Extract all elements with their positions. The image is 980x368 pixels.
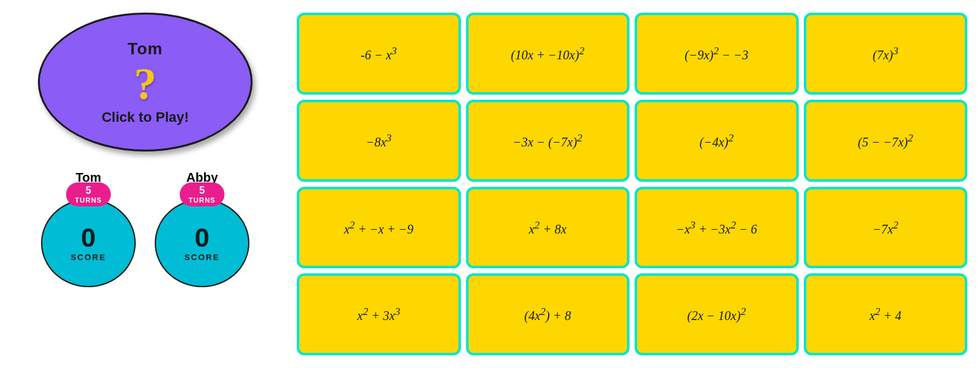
question-mark-icon: ? bbox=[134, 61, 157, 107]
tom-score-number: 0 bbox=[81, 225, 95, 251]
card-text-6: (−4x)2 bbox=[696, 128, 738, 154]
abby-score-label: SCORE bbox=[184, 252, 220, 262]
card-text-4: −8x3 bbox=[362, 128, 395, 154]
card-text-11: −7x2 bbox=[869, 215, 902, 241]
tom-turns-pill: 5 TURNS bbox=[66, 182, 111, 206]
card-text-15: x2 + 4 bbox=[866, 301, 905, 328]
card-text-0: -6 − x3 bbox=[357, 40, 400, 67]
card-11[interactable]: −7x2 bbox=[804, 187, 968, 269]
card-2[interactable]: (−9x)2 − −3 bbox=[635, 13, 799, 95]
card-13[interactable]: (4x2) + 8 bbox=[466, 273, 630, 355]
card-text-14: (2x − 10x)2 bbox=[683, 301, 750, 328]
card-10[interactable]: −x3 + −3x2 − 6 bbox=[635, 187, 799, 269]
card-text-1: (10x + −10x)2 bbox=[507, 40, 588, 67]
card-text-8: x2 + −x + −9 bbox=[340, 215, 417, 241]
tom-score-block: Tom 5 TURNS 0 SCORE bbox=[35, 170, 142, 282]
tom-score-label: SCORE bbox=[71, 252, 106, 262]
card-text-5: −3x − (−7x)2 bbox=[509, 128, 586, 154]
abby-turns-label: TURNS bbox=[189, 196, 216, 204]
card-12[interactable]: x2 + 3x3 bbox=[297, 273, 461, 355]
card-4[interactable]: −8x3 bbox=[297, 100, 461, 182]
card-text-3: (7x)3 bbox=[869, 40, 902, 67]
abby-turns-number: 5 bbox=[200, 185, 205, 196]
card-text-2: (−9x)2 − −3 bbox=[681, 40, 752, 67]
card-text-13: (4x2) + 8 bbox=[520, 301, 575, 328]
card-7[interactable]: (5 − −7x)2 bbox=[804, 100, 968, 182]
abby-score-circle: 0 SCORE bbox=[155, 199, 249, 287]
click-to-play-label: Click to Play! bbox=[102, 109, 189, 126]
abby-circle-wrapper: 5 TURNS 0 SCORE bbox=[155, 187, 249, 282]
left-panel: Tom ? Click to Play! Tom 5 TURNS 0 SCORE… bbox=[0, 0, 290, 368]
card-15[interactable]: x2 + 4 bbox=[804, 273, 968, 355]
card-5[interactable]: −3x − (−7x)2 bbox=[466, 100, 630, 182]
abby-turns-pill: 5 TURNS bbox=[180, 182, 225, 206]
card-14[interactable]: (2x − 10x)2 bbox=[635, 273, 799, 355]
card-grid: -6 − x3(10x + −10x)2(−9x)2 − −3(7x)3−8x3… bbox=[290, 0, 980, 368]
card-6[interactable]: (−4x)2 bbox=[635, 100, 799, 182]
current-player-name: Tom bbox=[128, 39, 163, 59]
play-ellipse[interactable]: Tom ? Click to Play! bbox=[38, 13, 253, 151]
abby-score-block: Abby 5 TURNS 0 SCORE bbox=[148, 170, 256, 282]
abby-score-number: 0 bbox=[194, 225, 209, 251]
tom-turns-label: TURNS bbox=[75, 196, 102, 204]
card-9[interactable]: x2 + 8x bbox=[466, 187, 630, 269]
card-text-12: x2 + 3x3 bbox=[354, 301, 404, 328]
card-0[interactable]: -6 − x3 bbox=[297, 13, 461, 95]
tom-circle-wrapper: 5 TURNS 0 SCORE bbox=[41, 187, 136, 282]
tom-score-circle: 0 SCORE bbox=[41, 199, 136, 287]
score-section: Tom 5 TURNS 0 SCORE Abby 5 TURNS bbox=[35, 170, 256, 282]
card-text-9: x2 + 8x bbox=[525, 215, 570, 241]
card-text-10: −x3 + −3x2 − 6 bbox=[672, 215, 761, 241]
card-text-7: (5 − −7x)2 bbox=[854, 128, 917, 154]
card-3[interactable]: (7x)3 bbox=[804, 13, 968, 95]
card-1[interactable]: (10x + −10x)2 bbox=[466, 13, 630, 95]
card-8[interactable]: x2 + −x + −9 bbox=[297, 187, 461, 269]
tom-turns-number: 5 bbox=[86, 185, 92, 196]
